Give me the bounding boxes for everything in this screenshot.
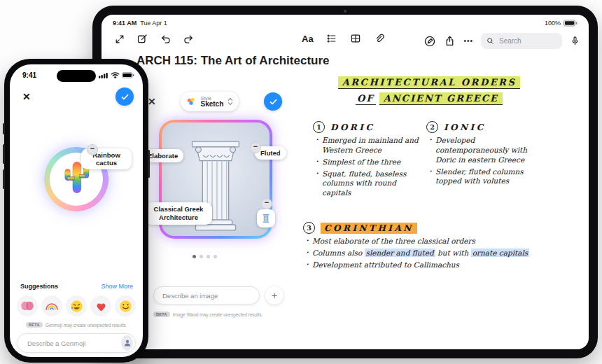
describe-genmoji-field[interactable] xyxy=(17,333,136,353)
checkmark-icon xyxy=(120,92,130,102)
ipad-status-bar: 9:41 AMTue Apr 1 100% xyxy=(102,18,589,29)
note-bullet: Slender, fluted columns topped with volu… xyxy=(429,167,547,187)
heart-icon xyxy=(94,300,108,312)
mute-switch xyxy=(3,123,5,134)
brain-icon xyxy=(20,300,34,312)
notes-heading-line1: ARCHITECTURAL ORDERS xyxy=(338,76,521,89)
note-title: ARCH 115: The Art of Architecture xyxy=(136,54,330,68)
share-icon[interactable] xyxy=(444,35,456,47)
undo-icon[interactable] xyxy=(160,33,172,45)
close-icon[interactable]: ✕ xyxy=(22,91,31,102)
ipad-toolbar: Aa ••• xyxy=(102,30,589,54)
compose-icon[interactable] xyxy=(136,33,148,45)
checkmark-icon xyxy=(269,97,278,106)
rainbow-emoji-button[interactable] xyxy=(41,295,62,316)
style-picker[interactable]: Style Sketch xyxy=(181,92,239,111)
section-corinthian: 3 CORINTHIAN Most elaborate of the three… xyxy=(303,222,545,272)
add-button[interactable]: + xyxy=(265,286,284,304)
section-title: IONIC xyxy=(444,122,486,132)
genmoji-beta-note: BETA Genmoji may create unexpected resul… xyxy=(10,322,143,328)
page-dot[interactable] xyxy=(206,255,210,258)
ipad-battery-percent: 100% xyxy=(545,20,561,27)
remove-prompt-icon[interactable]: − xyxy=(87,144,98,155)
section-number: 1 xyxy=(313,121,325,133)
ipad-status-time: 9:41 AM xyxy=(113,20,136,27)
style-value: Sketch xyxy=(200,101,223,108)
note-bullet: Columns also slender and fluted but with… xyxy=(306,248,545,258)
person-icon[interactable] xyxy=(121,335,133,351)
rainbow-icon xyxy=(45,302,59,311)
page-dot[interactable] xyxy=(200,255,203,258)
notes-heading-line2: ANCIENT GREECE xyxy=(379,92,503,105)
battery-icon xyxy=(122,72,134,78)
section-title: CORINTHIAN xyxy=(321,223,417,234)
note-bullet: Developed contemporaneously with Doric i… xyxy=(429,136,547,165)
ipad-screen: 9:41 AMTue Apr 1 100% xyxy=(102,15,589,349)
search-field[interactable] xyxy=(481,33,562,49)
laughing-face-icon xyxy=(70,300,83,313)
remove-tag-icon[interactable]: − xyxy=(250,142,261,153)
note-bullet: Squat, fluted, baseless columns with rou… xyxy=(316,169,419,199)
wifi-icon xyxy=(111,72,120,78)
note-bullet: Emerged in mainland and Western Greece xyxy=(316,136,419,155)
section-number: 2 xyxy=(426,121,438,133)
smiling-face-icon xyxy=(119,300,132,313)
iphone-status-icons xyxy=(99,72,134,78)
table-icon[interactable] xyxy=(350,33,361,44)
laughing-emoji-button[interactable] xyxy=(66,295,87,316)
describe-image-input[interactable] xyxy=(161,291,252,300)
redo-icon[interactable] xyxy=(183,33,195,45)
show-more-link[interactable]: Show More xyxy=(101,283,133,290)
cellular-icon xyxy=(99,72,108,78)
accept-button[interactable] xyxy=(115,88,134,106)
checklist-icon[interactable] xyxy=(326,33,337,44)
section-title: DORIC xyxy=(330,122,375,132)
markup-icon[interactable] xyxy=(424,35,436,48)
beta-text: Image Wand may create unexpected results… xyxy=(173,312,263,317)
smiling-emoji-button[interactable] xyxy=(115,295,136,316)
blue-highlight: ornate capitals xyxy=(471,248,530,257)
mic-icon[interactable] xyxy=(570,36,580,46)
battery-icon xyxy=(564,20,578,27)
style-palette-icon xyxy=(186,97,196,106)
page-dots[interactable] xyxy=(192,255,217,258)
beta-badge: BETA xyxy=(153,312,170,317)
reference-image-chip[interactable] xyxy=(257,209,275,227)
iphone-device: 9:41 ✕ Rainbow cactus − xyxy=(4,59,148,363)
ipad-status-date: Tue Apr 1 xyxy=(140,20,167,27)
more-button[interactable]: ••• xyxy=(463,37,473,45)
page-dot[interactable] xyxy=(214,255,217,258)
resize-icon[interactable] xyxy=(114,34,125,45)
search-icon xyxy=(486,37,494,45)
attachment-icon[interactable] xyxy=(374,33,385,44)
power-button xyxy=(148,150,150,178)
remove-tag-icon[interactable]: − xyxy=(261,198,272,209)
text-format-button[interactable]: Aa xyxy=(302,34,314,44)
note-bullet: Most elaborate of the three classical or… xyxy=(306,237,545,246)
describe-genmoji-input[interactable] xyxy=(26,339,121,348)
accept-button[interactable] xyxy=(264,92,282,111)
suggestion-emoji-row xyxy=(17,295,136,316)
iphone-status-time: 9:41 xyxy=(22,71,36,79)
image-wand-input-row: + xyxy=(153,286,284,304)
iphone-screen: 9:41 ✕ Rainbow cactus − xyxy=(10,64,143,357)
section-doric: 1 DORIC Emerged in mainland and Western … xyxy=(313,121,419,200)
beta-text: Genmoji may create unexpected results. xyxy=(46,323,127,328)
notes-heading: ARCHITECTURAL ORDERS OF ANCIENT GREECE xyxy=(324,75,534,105)
dynamic-island xyxy=(57,70,96,82)
close-icon[interactable]: ✕ xyxy=(148,96,156,107)
search-input[interactable] xyxy=(498,36,556,46)
describe-image-field[interactable] xyxy=(153,286,260,304)
section-ionic: 2 IONIC Developed contemporaneously with… xyxy=(426,121,547,188)
beta-badge: BETA xyxy=(26,322,43,328)
heart-emoji-button[interactable] xyxy=(90,295,111,316)
image-wand-header: ✕ Style Sketch xyxy=(148,92,282,111)
chevron-up-down-icon xyxy=(227,97,233,106)
page-dot[interactable] xyxy=(192,255,196,258)
image-wand-beta-note: BETA Image Wand may create unexpected re… xyxy=(153,312,263,317)
notes-heading-line2-pre: OF xyxy=(356,92,376,105)
volume-up-button xyxy=(3,144,5,164)
tag-classical-greek-architecture[interactable]: Classical Greek Architecture xyxy=(145,202,212,225)
blue-highlight: slender and fluted xyxy=(365,248,435,257)
brain-emoji-button[interactable] xyxy=(17,295,38,316)
